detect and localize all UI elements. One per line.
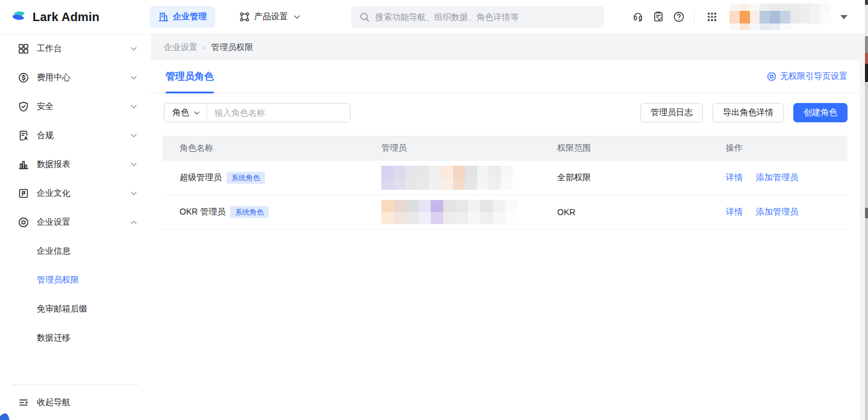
permission-scope: 全部权限 (557, 172, 726, 183)
sidebar-item-label: 企业文化 (37, 188, 70, 199)
chevron-up-icon (130, 219, 137, 225)
culture-flag-icon (18, 188, 29, 199)
breadcrumb-parent[interactable]: 企业设置 (164, 42, 198, 53)
nav-tab-label: 产品设置 (254, 11, 288, 22)
add-admin-link[interactable]: 添加管理员 (756, 207, 798, 218)
header-actions: 操作 (726, 143, 848, 154)
document-audit-icon (18, 130, 29, 141)
create-role-button[interactable]: 创建角色 (793, 103, 848, 122)
user-account-chip-blurred[interactable] (729, 4, 831, 30)
chevron-down-icon (130, 75, 137, 81)
table-row: 超级管理员 系统角色 全部权限 详情 添加管理员 (163, 161, 848, 195)
shield-check-icon (18, 101, 29, 112)
role-name: 超级管理员 (180, 172, 222, 183)
headset-support-icon[interactable] (628, 7, 648, 27)
collapse-nav-button[interactable]: 收起导航 (0, 385, 151, 420)
system-role-badge: 系统角色 (230, 206, 269, 218)
header-admins: 管理员 (381, 143, 557, 154)
sidebar-subitem-label: 管理员权限 (37, 275, 79, 286)
search-icon (360, 12, 370, 22)
admin-log-button[interactable]: 管理员日志 (640, 103, 703, 122)
nav-tab-enterprise-management[interactable]: 企业管理 (149, 6, 215, 28)
admin-avatars-blurred (381, 166, 513, 190)
top-navbar: Lark Admin 企业管理 产品设置 (0, 0, 868, 34)
export-roles-button[interactable]: 导出角色详情 (713, 103, 784, 122)
global-search[interactable] (351, 6, 604, 28)
sidebar-item-billing-center[interactable]: 费用中心 (0, 63, 151, 92)
apps-grid-icon[interactable] (702, 7, 722, 27)
navbar-divider (694, 10, 695, 24)
clipboard-tasks-icon[interactable] (648, 7, 669, 27)
main-content: 企业设置 › 管理员权限 管理员角色 无权限引导页设置 (151, 34, 860, 420)
building-icon (158, 11, 169, 22)
background-window-edge (865, 0, 868, 420)
sidebar-item-company-culture[interactable]: 企业文化 (0, 179, 151, 208)
chevron-down-icon (130, 104, 137, 110)
header-scope: 权限范围 (557, 143, 726, 154)
gear-icon (767, 72, 776, 81)
header-role-name: 角色名称 (163, 143, 381, 154)
sidebar-item-enterprise-settings[interactable]: 企业设置 (0, 208, 151, 237)
sidebar-item-label: 数据报表 (37, 159, 70, 170)
sidebar-item-workbench[interactable]: 工作台 (0, 34, 151, 63)
toolbar-buttons: 管理员日志 导出角色详情 创建角色 (640, 103, 848, 122)
chevron-down-icon (130, 161, 137, 168)
sidebar-subitem-admin-permissions[interactable]: 管理员权限 (0, 266, 151, 295)
sidebar-item-label: 合规 (37, 130, 54, 141)
sidebar-footer: 收起导航 (0, 384, 151, 420)
sidebar-item-label: 安全 (37, 101, 54, 112)
table-header-row: 角色名称 管理员 权限范围 操作 (163, 136, 848, 161)
sidebar-item-security[interactable]: 安全 (0, 92, 151, 121)
logo-text: Lark Admin (33, 10, 99, 24)
breadcrumb: 企业设置 › 管理员权限 (151, 34, 860, 60)
sidebar-subitem-label: 数据迁移 (37, 333, 70, 343)
add-admin-link[interactable]: 添加管理员 (756, 172, 798, 183)
sidebar-item-compliance[interactable]: 合规 (0, 121, 151, 150)
role-filter-label: 角色 (172, 107, 189, 118)
active-tab-underline (166, 92, 214, 93)
sidebar-item-label: 费用中心 (37, 72, 70, 83)
chevron-down-icon (193, 110, 200, 116)
settings-nut-icon (18, 217, 29, 228)
sidebar-item-label: 工作台 (37, 43, 62, 54)
collapse-nav-label: 收起导航 (37, 397, 70, 408)
bar-chart-icon (18, 159, 29, 170)
nav-tab-label: 企业管理 (173, 11, 207, 22)
details-link[interactable]: 详情 (726, 172, 743, 183)
help-icon[interactable] (669, 7, 689, 27)
account-caret-down-icon[interactable] (840, 15, 848, 19)
sidebar-subitem-label: 免审邮箱后缀 (37, 304, 87, 315)
role-name: OKR 管理员 (180, 207, 225, 218)
role-name-input[interactable] (207, 104, 350, 122)
chevron-down-icon (130, 190, 137, 196)
roles-table: 角色名称 管理员 权限范围 操作 超级管理员 系统角色 全部权限 详情 (163, 136, 848, 230)
sidebar-subitem-email-suffix[interactable]: 免审邮箱后缀 (0, 295, 151, 324)
admin-roles-panel: 管理员角色 无权限引导页设置 角色 (151, 60, 860, 420)
no-permission-guide-link[interactable]: 无权限引导页设置 (767, 71, 848, 82)
sidebar-item-data-reports[interactable]: 数据报表 (0, 150, 151, 179)
table-row: OKR 管理员 系统角色 OKR 详情 添加管理员 (163, 195, 848, 230)
workbench-grid-icon (18, 43, 29, 54)
chevron-down-icon (293, 14, 301, 20)
sidebar-subitem-label: 企业信息 (37, 246, 70, 257)
tab-admin-roles[interactable]: 管理员角色 (166, 60, 214, 93)
chevron-down-icon (130, 133, 137, 139)
navbar-actions (628, 4, 868, 30)
no-permission-guide-label: 无权限引导页设置 (780, 71, 848, 82)
details-link[interactable]: 详情 (726, 207, 743, 218)
system-role-badge: 系统角色 (226, 172, 265, 184)
lark-logo[interactable]: Lark Admin (11, 8, 99, 25)
sidebar-subitem-company-info[interactable]: 企业信息 (0, 237, 151, 266)
sidebar-nav: 工作台 费用中心 (0, 34, 151, 420)
product-settings-icon (239, 11, 250, 22)
sidebar-subitem-data-migration[interactable]: 数据迁移 (0, 324, 151, 353)
sidebar-item-label: 企业设置 (37, 217, 70, 228)
navbar-brand-area: Lark Admin (0, 8, 149, 25)
chevron-down-icon (130, 46, 137, 52)
nav-tab-product-settings[interactable]: 产品设置 (231, 6, 309, 28)
search-input[interactable] (375, 12, 596, 22)
breadcrumb-current: 管理员权限 (211, 42, 253, 53)
role-filter-dropdown[interactable]: 角色 (164, 104, 207, 122)
permission-scope: OKR (557, 207, 726, 217)
tab-admin-roles-label: 管理员角色 (166, 71, 214, 83)
